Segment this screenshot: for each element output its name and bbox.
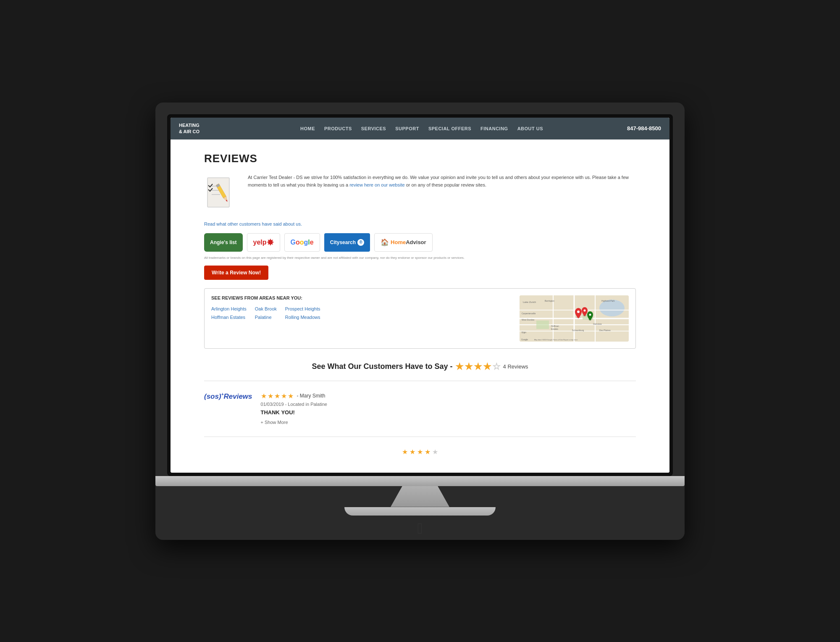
google-badge[interactable]: Google <box>284 233 320 252</box>
nav-support[interactable]: SUPPORT <box>395 126 419 131</box>
sos-review: (sos)+Reviews ★ ★ ★ ★ ★ <box>204 388 636 430</box>
rev-star-4: ★ <box>281 392 287 400</box>
nav-about-us[interactable]: ABOUT US <box>517 126 543 131</box>
main-content: REVIEWS <box>171 139 669 473</box>
svg-point-21 <box>577 310 580 313</box>
reviewer-name: - Mary Smith <box>297 393 326 399</box>
svg-text:Carpentersville: Carpentersville <box>522 312 536 315</box>
page-title: REVIEWS <box>204 152 636 165</box>
navbar: HEATING & AIR CO HOME PRODUCTS SERVICES … <box>171 118 669 139</box>
intro-text-block: At Carrier Test Dealer - DS we strive fo… <box>248 174 636 213</box>
svg-point-25 <box>589 313 591 316</box>
areas-map: Lake Zurich Barrington Highland Park Car… <box>520 295 629 342</box>
trademark-text: All trademarks or brands on this page ar… <box>204 256 636 260</box>
area-hoffman-estates[interactable]: Hoffman Estates <box>211 314 247 321</box>
areas-title: SEE REVIEWS FROM AREAS NEAR YOU: <box>211 295 513 300</box>
customers-section: See What Our Customers Have to Say - ★ ★… <box>204 361 636 372</box>
areas-columns: Arlington Heights Hoffman Estates Oak Br… <box>211 305 513 323</box>
stand-neck <box>391 486 449 507</box>
area-palatine[interactable]: Palatine <box>255 314 277 321</box>
area-oak-brook[interactable]: Oak Brook <box>255 305 277 313</box>
star-2: ★ <box>465 361 473 372</box>
nav-products[interactable]: PRODUCTS <box>324 126 352 131</box>
stand-base <box>344 507 496 516</box>
star-1: ★ <box>455 361 464 372</box>
monitor: HEATING & AIR CO HOME PRODUCTS SERVICES … <box>155 103 685 540</box>
svg-text:Map data ©2019 Google  Terms o: Map data ©2019 Google Terms of Use Repor… <box>534 339 578 341</box>
star-3: ★ <box>474 361 482 372</box>
svg-text:Des Plaines: Des Plaines <box>599 329 611 332</box>
review-divider <box>204 437 636 437</box>
next-review-stars: ★ ★ ★ ★ ★ <box>204 444 636 460</box>
review-stars-row: ★ ★ ★ ★ ★ - Mary Smith <box>261 392 636 400</box>
apple-logo-icon:  <box>167 520 673 537</box>
svg-text:Hoffman: Hoffman <box>551 325 559 327</box>
yelp-badge[interactable]: yelp ✸ <box>247 233 280 252</box>
area-arlington-heights[interactable]: Arlington Heights <box>211 305 247 313</box>
monitor-bottom <box>155 476 685 486</box>
checklist-icon <box>204 174 238 213</box>
areas-col-1: Arlington Heights Hoffman Estates <box>211 305 247 323</box>
screen-bezel: HEATING & AIR CO HOME PRODUCTS SERVICES … <box>167 114 673 476</box>
svg-text:West Dundee: West Dundee <box>522 318 534 321</box>
nav-special-offers[interactable]: SPECIAL OFFERS <box>428 126 471 131</box>
intro-section: At Carrier Test Dealer - DS we strive fo… <box>204 174 636 213</box>
svg-text:Google: Google <box>521 338 528 341</box>
review-link[interactable]: review here on our website <box>349 182 404 187</box>
nav-logo: HEATING & AIR CO <box>179 122 200 134</box>
svg-text:Schaumburg: Schaumburg <box>572 329 584 332</box>
review-content: ★ ★ ★ ★ ★ - Mary Smith 01/03/2019 - Loca… <box>261 392 636 426</box>
svg-text:Elgin: Elgin <box>522 331 526 334</box>
reviews-count: 4 Reviews <box>503 363 528 370</box>
review-badges: Angie's list yelp ✸ Google Citysearch ® <box>204 233 636 252</box>
area-rolling-meadows[interactable]: Rolling Meadows <box>285 314 320 321</box>
areas-section: SEE REVIEWS FROM AREAS NEAR YOU: Arlingt… <box>204 288 636 349</box>
nav-links: HOME PRODUCTS SERVICES SUPPORT SPECIAL O… <box>216 126 627 131</box>
read-more-link[interactable]: Read what other customers have said abou… <box>204 221 636 226</box>
citysearch-badge[interactable]: Citysearch ® <box>324 233 370 252</box>
rev-star-2: ★ <box>268 392 273 400</box>
homeadvisor-badge[interactable]: 🏠 Home Advisor <box>374 233 433 252</box>
nav-financing[interactable]: FINANCING <box>480 126 508 131</box>
rev-star-3: ★ <box>274 392 280 400</box>
area-prospect-heights[interactable]: Prospect Heights <box>285 305 320 313</box>
areas-col-2: Oak Brook Palatine <box>255 305 277 323</box>
svg-text:Glenview: Glenview <box>593 323 602 325</box>
nav-services[interactable]: SERVICES <box>361 126 386 131</box>
rev-star-5: ★ <box>288 392 294 400</box>
svg-text:Highland Park: Highland Park <box>601 300 615 302</box>
review-stars: ★ ★ ★ ★ ★ <box>261 392 294 400</box>
review-text: THANK YOU! <box>261 409 636 416</box>
customers-heading: See What Our Customers Have to Say - ★ ★… <box>204 361 636 372</box>
svg-point-10 <box>599 300 625 316</box>
angies-list-badge[interactable]: Angie's list <box>204 233 243 252</box>
svg-rect-0 <box>207 178 229 207</box>
section-divider <box>204 381 636 381</box>
rating-stars: ★ ★ ★ ★ ☆ <box>455 361 501 372</box>
nav-phone: 847-984-8500 <box>627 125 661 132</box>
areas-col-3: Prospect Heights Rolling Meadows <box>285 305 320 323</box>
star-4: ★ <box>483 361 491 372</box>
star-5: ☆ <box>492 361 501 372</box>
review-date: 01/03/2019 - Located in Palatine <box>261 402 636 407</box>
svg-text:Barrington: Barrington <box>545 300 554 302</box>
svg-point-23 <box>584 309 586 311</box>
areas-left: SEE REVIEWS FROM AREAS NEAR YOU: Arlingt… <box>211 295 513 342</box>
rev-star-1: ★ <box>261 392 267 400</box>
show-more-button[interactable]: + Show More <box>261 420 288 425</box>
svg-text:Estates: Estates <box>551 328 558 330</box>
nav-home[interactable]: HOME <box>300 126 315 131</box>
write-review-button[interactable]: Write a Review Now! <box>204 266 268 280</box>
sos-reviews-logo: (sos)+Reviews <box>204 392 252 401</box>
svg-rect-18 <box>536 321 549 329</box>
screen: HEATING & AIR CO HOME PRODUCTS SERVICES … <box>171 118 669 473</box>
svg-text:Lake Zurich: Lake Zurich <box>523 301 536 303</box>
intro-paragraph: At Carrier Test Dealer - DS we strive fo… <box>248 174 636 189</box>
